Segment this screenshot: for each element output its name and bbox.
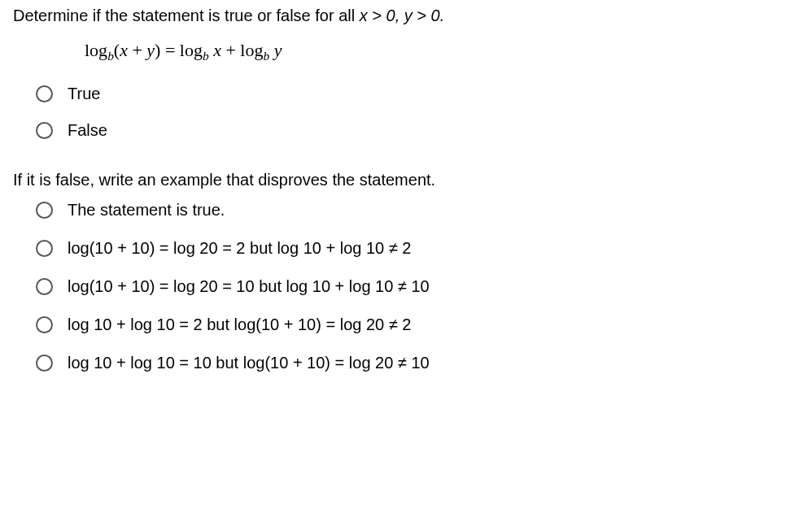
question2-options: The statement is true. log(10 + 10) = lo… [36, 201, 799, 372]
option-label: log(10 + 10) = log 20 = 10 but log 10 + … [68, 277, 430, 296]
option-label: False [68, 121, 107, 140]
radio-icon [36, 202, 53, 219]
radio-icon [36, 316, 53, 333]
option-label: log(10 + 10) = log 20 = 2 but log 10 + l… [68, 239, 411, 258]
radio-icon [36, 85, 53, 102]
question1-options: True False [36, 85, 799, 140]
question2-prompt: If it is false, write an example that di… [13, 171, 799, 189]
question1-prompt: Determine if the statement is true or fa… [13, 7, 799, 25]
option-label: The statement is true. [68, 201, 225, 220]
radio-icon [36, 240, 53, 257]
question1-prompt-math: x > 0, y > 0. [360, 7, 445, 24]
option-example-4[interactable]: log 10 + log 10 = 10 but log(10 + 10) = … [36, 354, 799, 372]
option-statement-true[interactable]: The statement is true. [36, 201, 799, 220]
question1-prompt-text: Determine if the statement is true or fa… [13, 7, 360, 24]
option-example-3[interactable]: log 10 + log 10 = 2 but log(10 + 10) = l… [36, 315, 799, 334]
option-false[interactable]: False [36, 121, 799, 140]
option-true[interactable]: True [36, 85, 799, 103]
question1-equation: logb(x + y) = logb x + logb y [85, 40, 799, 63]
radio-icon [36, 278, 53, 295]
option-example-1[interactable]: log(10 + 10) = log 20 = 2 but log 10 + l… [36, 239, 799, 258]
radio-icon [36, 355, 53, 372]
radio-icon [36, 122, 53, 139]
option-label: log 10 + log 10 = 2 but log(10 + 10) = l… [68, 315, 411, 334]
option-example-2[interactable]: log(10 + 10) = log 20 = 10 but log 10 + … [36, 277, 799, 296]
option-label: True [68, 85, 100, 103]
option-label: log 10 + log 10 = 10 but log(10 + 10) = … [68, 354, 430, 372]
